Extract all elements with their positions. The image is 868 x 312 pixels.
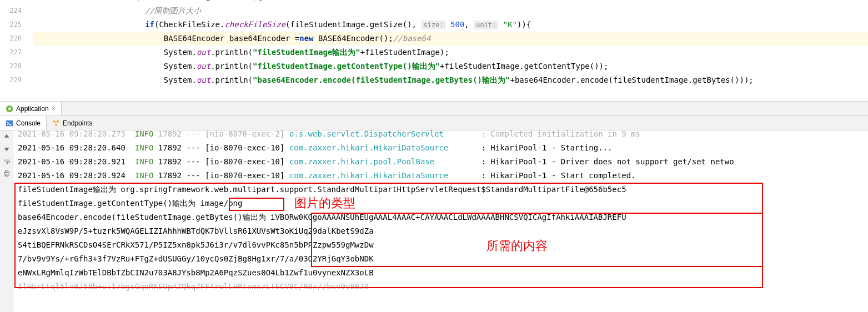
line-number: 223 xyxy=(0,0,22,4)
editor-gutter: 223 224 225 226 227 228 229 xyxy=(0,0,33,101)
code-line[interactable]: System.out.println("base64Encoder.encode… xyxy=(33,73,868,87)
annotation-box-contenttype xyxy=(229,198,284,211)
tab-console[interactable]: Console xyxy=(0,116,47,130)
line-number: 224 xyxy=(0,4,22,18)
print-icon[interactable] xyxy=(3,169,11,177)
annotation-label-content: 所需的内容 xyxy=(485,239,549,253)
code-editor[interactable]: 223 224 225 226 227 228 229 if(fileStude… xyxy=(0,0,868,101)
line-number: 229 xyxy=(0,73,22,87)
tab-label: Application xyxy=(16,105,49,113)
line-number: 228 xyxy=(0,59,22,73)
log-line: 2021-05-16 09:28:20.275 INFO 17892 --- [… xyxy=(18,130,864,141)
code-line[interactable]: //限制图片大小 xyxy=(33,4,868,18)
log-line: 2021-05-16 09:28:20.924 INFO 17892 --- [… xyxy=(18,169,864,183)
tab-application[interactable]: Application × xyxy=(0,102,62,115)
line-number: 227 xyxy=(0,46,22,59)
spring-icon xyxy=(6,105,13,113)
scroll-up-icon[interactable] xyxy=(3,133,11,140)
log-line: 2021-05-16 09:28:20.921 INFO 17892 --- [… xyxy=(18,155,864,169)
svg-rect-2 xyxy=(6,120,13,126)
annotation-label-type: 图片的类型 xyxy=(293,196,357,210)
sub-tabs: Console Endpoints xyxy=(0,116,868,130)
close-icon[interactable]: × xyxy=(52,105,56,113)
line-number: 225 xyxy=(0,18,22,32)
line-number: 226 xyxy=(0,32,22,46)
console-output[interactable]: 2021-05-16 09:28:20.275 INFO 17892 --- [… xyxy=(13,130,868,312)
code-line[interactable]: if(fileStudentImage != null){ xyxy=(33,0,868,4)
tool-window-header: Application × xyxy=(0,102,868,116)
sub-tab-label: Endpoints xyxy=(63,119,92,127)
tool-window: Application × Console Endpoints 2021-05-… xyxy=(0,101,868,312)
code-line[interactable] xyxy=(33,87,868,101)
scroll-down-icon[interactable] xyxy=(3,145,11,153)
tab-endpoints[interactable]: Endpoints xyxy=(47,116,98,130)
svg-rect-7 xyxy=(5,171,8,173)
console-toolbar xyxy=(0,130,13,312)
code-line[interactable]: BASE64Encoder base64Encoder =new BASE64E… xyxy=(33,32,868,46)
log-line: 2021-05-16 09:28:20.640 INFO 17892 --- [… xyxy=(18,141,864,155)
code-content[interactable]: if(fileStudentImage != null){ //限制图片大小 i… xyxy=(33,0,868,101)
code-line[interactable]: if(CheckFileSize.checkFileSize(fileStude… xyxy=(33,18,868,32)
endpoints-icon xyxy=(52,119,60,127)
code-line[interactable]: System.out.println("fileStudentImage输出为"… xyxy=(33,46,868,59)
console-icon xyxy=(6,119,13,127)
soft-wrap-icon[interactable] xyxy=(3,157,11,165)
sub-tab-label: Console xyxy=(16,119,41,127)
code-line[interactable]: System.out.println("fileStudentImage.get… xyxy=(33,59,868,73)
